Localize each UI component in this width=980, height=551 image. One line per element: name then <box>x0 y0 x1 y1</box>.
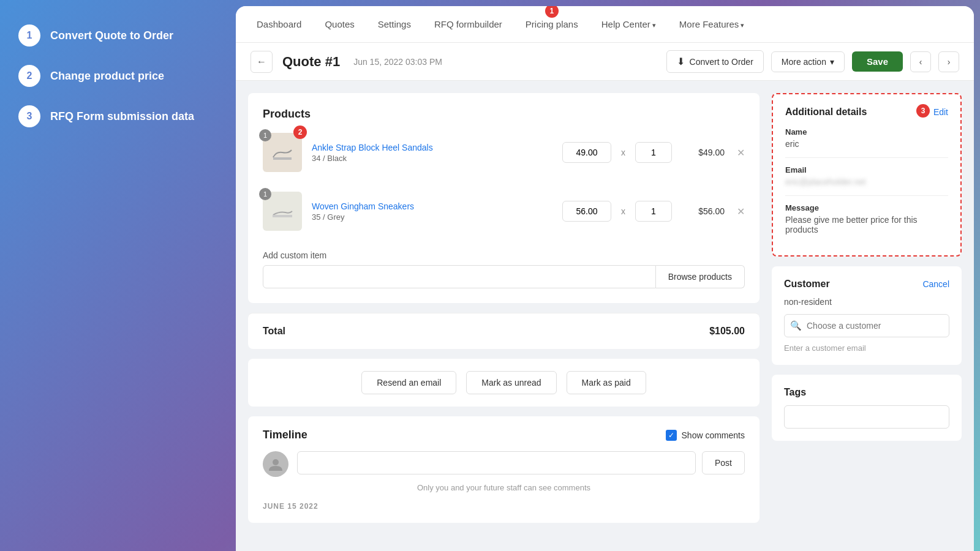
message-label: Message <box>785 203 948 212</box>
sidebar-item-convert[interactable]: 1 Convert Quote to Order <box>18 24 217 47</box>
post-button[interactable]: Post <box>702 451 745 474</box>
customer-status: non-resident <box>784 297 949 307</box>
product-row-2: 1 Woven Gingham Sneakers 35 / Grey x $56… <box>263 192 745 241</box>
convert-to-order-button[interactable]: ⬇ Convert to Order <box>666 50 764 73</box>
product-variant-1: 34 / Black <box>312 154 552 163</box>
timeline-section: Timeline ✓ Show comments <box>248 416 760 523</box>
nav-more-features[interactable]: More Features <box>677 15 747 33</box>
nav-help-center[interactable]: Help Center <box>599 15 658 33</box>
product-image-wrap-2: 1 <box>263 192 302 231</box>
product-info-2: Woven Gingham Sneakers 35 / Grey <box>312 201 552 222</box>
nav-pricing-plans[interactable]: Pricing plans 1 <box>523 15 581 33</box>
timeline-title: Timeline <box>263 429 307 441</box>
action-buttons: Resend an email Mark as unread Mark as p… <box>248 359 760 407</box>
sidebar-badge-1: 1 <box>18 24 40 47</box>
more-action-button[interactable]: More action ▾ <box>771 51 845 72</box>
product-remove-2[interactable]: ✕ <box>737 206 745 217</box>
sidebar-item-price[interactable]: 2 Change product price <box>18 65 217 87</box>
resend-email-button[interactable]: Resend an email <box>361 371 456 394</box>
total-value: $105.00 <box>709 326 745 337</box>
nav-rfq-formbuilder[interactable]: RFQ formbuilder <box>432 15 505 33</box>
product-x-2: x <box>621 206 625 216</box>
right-panel: 3 Additional details Edit Name eric Emai… <box>772 93 962 539</box>
sidebar: 1 Convert Quote to Order 2 Change produc… <box>0 0 236 551</box>
product-name-1[interactable]: Ankle Strap Block Heel Sandals <box>312 143 552 152</box>
product-info-1: Ankle Strap Block Heel Sandals 34 / Blac… <box>312 143 552 163</box>
mark-unread-button[interactable]: Mark as unread <box>466 371 556 394</box>
comment-row: Post <box>263 451 745 477</box>
customer-title: Customer <box>784 279 830 290</box>
customer-email-hint: Enter a customer email <box>784 343 949 353</box>
name-value: eric <box>785 139 948 149</box>
detail-name-field: Name eric <box>785 127 948 149</box>
left-panel: Products 2 1 Ankle Strap <box>248 93 760 539</box>
comment-input[interactable] <box>297 451 696 474</box>
timeline-date: JUNE 15 2022 <box>263 502 745 511</box>
product-x-1: x <box>621 148 625 157</box>
chevron-down-icon: ▾ <box>830 57 834 67</box>
sidebar-badge-2: 2 <box>18 65 40 87</box>
step-3-badge: 3 <box>916 104 930 118</box>
prev-button[interactable]: ‹ <box>910 51 931 72</box>
email-value: eric@placeholder.net <box>785 177 948 187</box>
product-qty-badge-2: 1 <box>259 188 271 200</box>
tags-title: Tags <box>784 387 949 398</box>
product-total-2: $56.00 <box>682 206 725 216</box>
browse-products-button[interactable]: Browse products <box>656 265 745 288</box>
search-icon: 🔍 <box>790 320 802 331</box>
product-image-wrap-1: 1 <box>263 133 302 172</box>
nav-quotes[interactable]: Quotes <box>322 15 356 33</box>
product-name-2[interactable]: Woven Gingham Sneakers <box>312 201 552 211</box>
customer-header: Customer Cancel <box>784 279 949 290</box>
add-custom-label: Add custom item <box>263 250 745 260</box>
add-custom-item: Add custom item Browse products <box>263 250 745 288</box>
mark-paid-button[interactable]: Mark as paid <box>567 371 646 394</box>
product-qty-badge-1: 1 <box>259 129 271 141</box>
comment-hint: Only you and your future staff can see c… <box>263 483 745 492</box>
products-title: Products <box>263 108 745 121</box>
customer-search: 🔍 <box>784 314 949 337</box>
total-label: Total <box>263 326 285 337</box>
show-comments-label: Show comments <box>682 430 745 440</box>
back-button[interactable]: ← <box>251 51 273 73</box>
edit-link[interactable]: Edit <box>933 107 948 117</box>
product-remove-1[interactable]: ✕ <box>737 147 745 159</box>
header-actions: ⬇ Convert to Order More action ▾ Save ‹ … <box>666 50 959 73</box>
pricing-badge: 1 <box>545 6 559 18</box>
product-price-input-2[interactable] <box>562 201 611 222</box>
sidebar-label-2: Change product price <box>50 70 164 83</box>
nav-settings[interactable]: Settings <box>375 15 413 33</box>
email-label: Email <box>785 165 948 174</box>
product-variant-2: 35 / Grey <box>312 212 552 222</box>
sidebar-label-3: RFQ Form submission data <box>50 110 194 123</box>
comment-input-wrap: Post <box>297 451 745 474</box>
quote-header: ← Quote #1 Jun 15, 2022 03:03 PM ⬇ Conve… <box>236 43 974 81</box>
product-price-input-1[interactable] <box>562 142 611 163</box>
convert-icon: ⬇ <box>677 56 685 67</box>
sidebar-label-1: Convert Quote to Order <box>50 29 173 42</box>
timeline-header: Timeline ✓ Show comments <box>263 429 745 441</box>
add-custom-row: Browse products <box>263 265 745 288</box>
show-comments-checkbox[interactable]: ✓ <box>666 430 677 441</box>
show-comments-wrap: ✓ Show comments <box>666 430 745 441</box>
product-qty-input-2[interactable] <box>635 201 672 222</box>
name-label: Name <box>785 127 948 137</box>
tags-section: Tags <box>772 375 962 441</box>
tags-input[interactable] <box>784 405 949 429</box>
customer-section: Customer Cancel non-resident 🔍 Enter a c… <box>772 266 962 365</box>
customer-search-input[interactable] <box>784 314 949 337</box>
custom-item-input[interactable] <box>263 265 656 288</box>
product-row-1: 2 1 Ankle Strap Block Heel Sandals 34 / … <box>263 133 745 182</box>
detail-message-field: Message Please give me better price for … <box>785 203 948 234</box>
next-button[interactable]: › <box>938 51 959 72</box>
sidebar-badge-3: 3 <box>18 105 40 127</box>
details-title: Additional details <box>785 107 867 118</box>
total-section: Total $105.00 <box>248 313 760 349</box>
product-qty-input-1[interactable] <box>635 142 672 163</box>
cancel-link[interactable]: Cancel <box>922 279 949 289</box>
products-section: Products 2 1 Ankle Strap <box>248 93 760 303</box>
nav-dashboard[interactable]: Dashboard <box>254 15 304 33</box>
sidebar-item-rfq[interactable]: 3 RFQ Form submission data <box>18 105 217 127</box>
save-button[interactable]: Save <box>852 51 903 72</box>
additional-details-section: 3 Additional details Edit Name eric Emai… <box>772 93 962 257</box>
